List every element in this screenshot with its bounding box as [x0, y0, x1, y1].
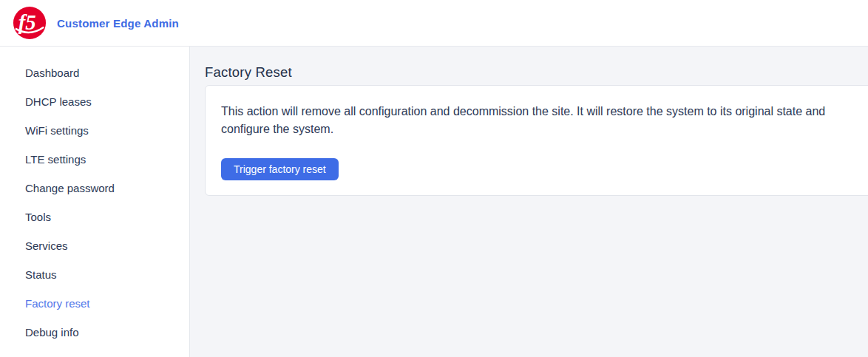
page-title: Factory Reset: [205, 63, 868, 81]
sidebar-item-dashboard[interactable]: Dashboard: [0, 58, 189, 87]
sidebar-item-tools[interactable]: Tools: [0, 203, 189, 231]
sidebar-item-services[interactable]: Services: [0, 231, 189, 260]
factory-reset-description-line2: configure the system.: [221, 120, 868, 138]
sidebar-nav: Dashboard DHCP leases WiFi settings LTE …: [0, 47, 190, 357]
sidebar-item-lte-settings[interactable]: LTE settings: [0, 145, 189, 174]
app-title: Customer Edge Admin: [57, 17, 179, 30]
sidebar-item-debug-info[interactable]: Debug info: [0, 318, 189, 347]
sidebar-item-change-password[interactable]: Change password: [0, 174, 189, 203]
sidebar-item-factory-reset[interactable]: Factory reset: [0, 289, 189, 318]
sidebar-item-status[interactable]: Status: [0, 260, 189, 289]
svg-text:f5: f5: [18, 10, 36, 34]
factory-reset-description-line1: This action will remove all configuratio…: [221, 103, 868, 120]
page-layout: Dashboard DHCP leases WiFi settings LTE …: [0, 47, 868, 357]
top-header: f5 Customer Edge Admin: [0, 0, 868, 47]
sidebar-item-wifi-settings[interactable]: WiFi settings: [0, 116, 189, 145]
sidebar-item-dhcp-leases[interactable]: DHCP leases: [0, 87, 189, 116]
trigger-factory-reset-button[interactable]: Trigger factory reset: [221, 158, 339, 180]
main-content: Factory Reset This action will remove al…: [190, 47, 868, 357]
f5-logo-icon: f5: [13, 6, 47, 40]
factory-reset-card: This action will remove all configuratio…: [205, 85, 868, 196]
